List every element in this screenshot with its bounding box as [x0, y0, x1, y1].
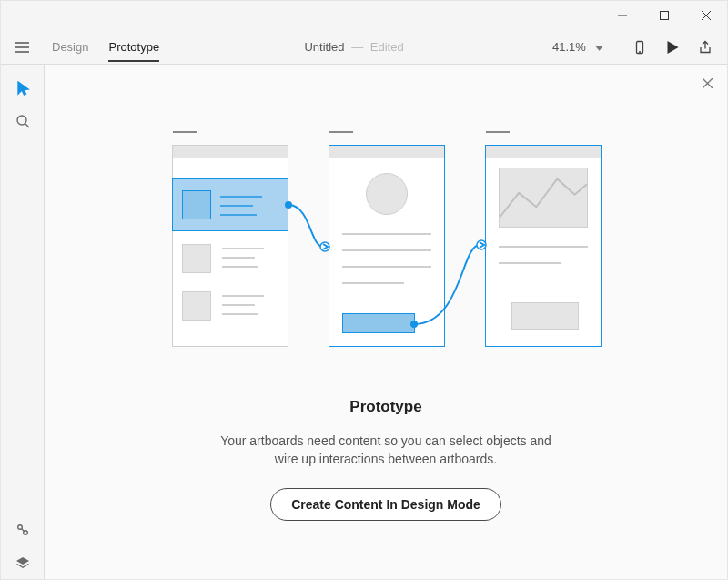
- window-minimize-button[interactable]: [602, 1, 643, 30]
- window-close-button[interactable]: [685, 1, 727, 30]
- illus-artboard-2: [329, 145, 445, 347]
- app-toolbar: Design Prototype Untitled — Edited 41.1%: [1, 30, 727, 65]
- left-tool-rail: [1, 65, 45, 579]
- window-maximize-button[interactable]: [643, 1, 685, 30]
- empty-state-description: Your artboards need content so you can s…: [220, 432, 551, 468]
- svg-point-3: [17, 116, 26, 125]
- empty-state: Prototype Your artboards need content so…: [45, 65, 727, 579]
- illus-artboard-1: [172, 145, 288, 347]
- document-name: Untitled: [304, 40, 344, 54]
- desktop-preview-button[interactable]: [656, 41, 689, 54]
- main-area: Prototype Your artboards need content so…: [1, 65, 727, 579]
- prototype-illustration: [172, 128, 600, 365]
- plugins-button[interactable]: [1, 514, 45, 546]
- prototype-canvas[interactable]: Prototype Your artboards need content so…: [45, 65, 727, 579]
- empty-state-heading: Prototype: [349, 398, 421, 416]
- tab-prototype[interactable]: Prototype: [108, 33, 159, 61]
- illus-artboard-3: [485, 145, 602, 347]
- share-button[interactable]: [689, 40, 722, 55]
- create-content-button[interactable]: Create Content In Design Mode: [270, 488, 501, 521]
- device-preview-button[interactable]: [623, 40, 656, 55]
- select-tool[interactable]: [1, 72, 45, 105]
- mode-tabs: Design Prototype: [52, 33, 159, 61]
- svg-point-4: [17, 525, 22, 530]
- chevron-down-icon: [595, 40, 603, 54]
- main-menu-button[interactable]: [1, 41, 43, 54]
- zoom-tool[interactable]: [1, 105, 45, 137]
- tab-design[interactable]: Design: [52, 33, 88, 61]
- document-title: Untitled — Edited: [159, 40, 549, 54]
- layers-button[interactable]: [1, 546, 45, 579]
- document-status: Edited: [370, 40, 404, 54]
- zoom-value: 41.1%: [552, 40, 586, 54]
- document-status-sep: —: [351, 40, 363, 54]
- svg-point-5: [23, 531, 27, 535]
- window-titlebar: [1, 1, 727, 30]
- svg-rect-0: [661, 12, 669, 20]
- zoom-select[interactable]: 41.1%: [549, 38, 607, 56]
